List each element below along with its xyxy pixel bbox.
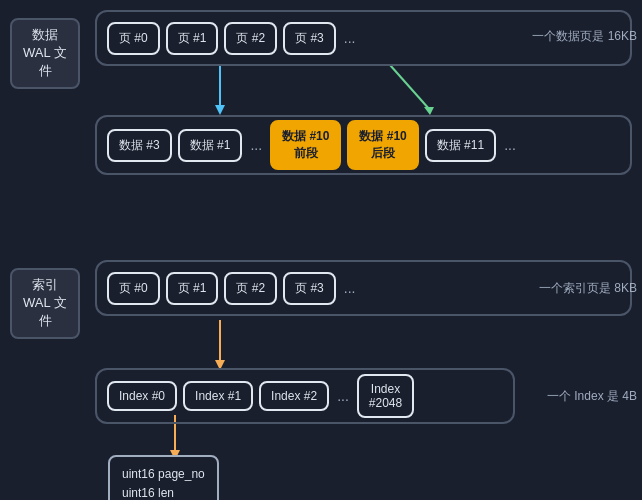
index-items-ellipsis: ... (335, 388, 351, 404)
index-item-2048: Index #2048 (357, 374, 414, 418)
index-item-1: Index #1 (183, 381, 253, 411)
index-page-2: 页 #2 (224, 272, 277, 305)
data-records-row: 数据 #3 数据 #1 ... 数据 #10 前段 数据 #10 后段 数据 #… (95, 115, 632, 175)
svg-marker-3 (424, 107, 434, 115)
index-wal-label: 索引 WAL 文件 (10, 268, 80, 339)
index-item-0: Index #0 (107, 381, 177, 411)
info-box: uint16 page_no uint16 len (108, 455, 219, 500)
data-record-10-front: 数据 #10 前段 (270, 120, 341, 170)
data-record-10-back: 数据 #10 后段 (347, 120, 418, 170)
data-record-11: 数据 #11 (425, 129, 496, 162)
data-page-note: 一个数据页是 16KB (532, 28, 637, 45)
diagram: 数据 WAL 文件 页 #0 页 #1 页 #2 页 #3 ... 一个数据页是… (0, 0, 642, 500)
data-page-2: 页 #2 (224, 22, 277, 55)
connectors (0, 0, 642, 500)
index-page-1: 页 #1 (166, 272, 219, 305)
index-page-3: 页 #3 (283, 272, 336, 305)
svg-line-2 (390, 65, 430, 110)
index-item-2: Index #2 (259, 381, 329, 411)
data-record-3: 数据 #3 (107, 129, 172, 162)
info-line1: uint16 page_no (122, 465, 205, 484)
data-page-1: 页 #1 (166, 22, 219, 55)
index-items-row: Index #0 Index #1 Index #2 ... Index #20… (95, 368, 515, 424)
index-pages-ellipsis: ... (342, 280, 358, 296)
index-item-note: 一个 Index 是 4B (547, 388, 637, 405)
records-ellipsis-1: ... (248, 137, 264, 153)
data-wal-label: 数据 WAL 文件 (10, 18, 80, 89)
records-ellipsis-2: ... (502, 137, 518, 153)
index-page-note: 一个索引页是 8KB (539, 280, 637, 297)
info-line2: uint16 len (122, 484, 205, 500)
index-page-0: 页 #0 (107, 272, 160, 305)
data-page-3: 页 #3 (283, 22, 336, 55)
svg-marker-1 (215, 105, 225, 115)
data-page-0: 页 #0 (107, 22, 160, 55)
data-record-1: 数据 #1 (178, 129, 243, 162)
pages-ellipsis-1: ... (342, 30, 358, 46)
